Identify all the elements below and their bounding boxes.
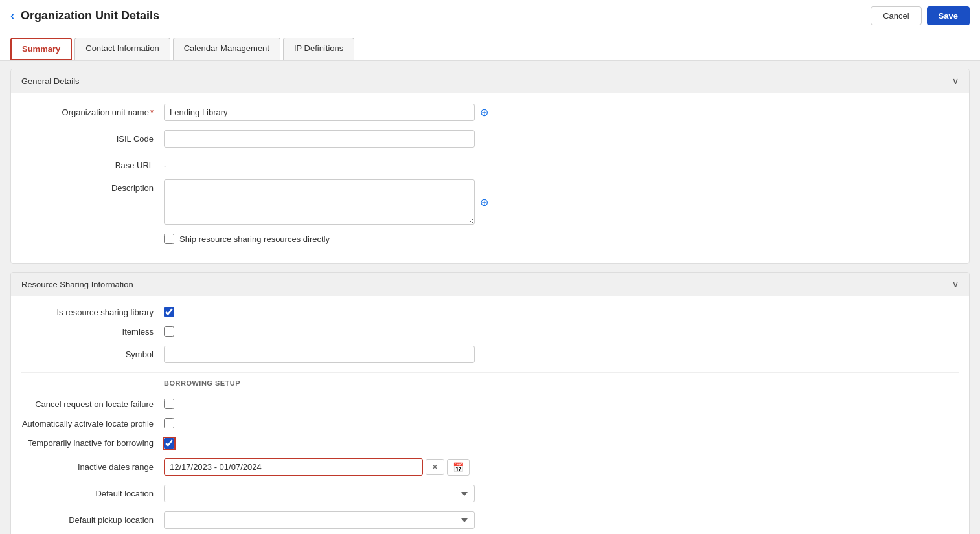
inactive-dates-row: Inactive dates range ✕ 📅 <box>21 458 959 476</box>
inactive-dates-input[interactable] <box>164 458 423 476</box>
resource-sharing-panel: Resource Sharing Information ∨ Is resour… <box>10 272 970 534</box>
isil-code-label: ISIL Code <box>21 130 164 144</box>
inactive-dates-clear-button[interactable]: ✕ <box>426 459 444 475</box>
default-pickup-location-select[interactable] <box>164 511 475 529</box>
header-left: ‹ Organization Unit Details <box>10 9 159 23</box>
auto-activate-label: Automatically activate locate profile <box>21 419 164 428</box>
ship-resource-checkbox[interactable] <box>164 234 174 244</box>
general-details-chevron-icon[interactable]: ∨ <box>952 76 959 86</box>
resource-sharing-chevron-icon[interactable]: ∨ <box>952 279 959 289</box>
org-unit-name-input[interactable] <box>164 104 475 121</box>
borrowing-setup-header: BORROWING SETUP <box>21 372 959 392</box>
general-details-panel: General Details ∨ Organization unit name… <box>10 69 970 264</box>
itemless-label: Itemless <box>21 327 164 337</box>
description-globe-icon[interactable]: ⊕ <box>480 196 488 208</box>
resource-sharing-body: Is resource sharing library Itemless Sym… <box>11 296 969 534</box>
tab-ip-definitions[interactable]: IP Definitions <box>283 38 354 60</box>
default-pickup-location-row: Default pickup location <box>21 511 959 529</box>
ship-resource-label: Ship resource sharing resources directly <box>174 234 330 244</box>
cancel-request-checkbox[interactable] <box>164 399 174 409</box>
resource-sharing-header: Resource Sharing Information ∨ <box>11 273 969 296</box>
page-header: ‹ Organization Unit Details Cancel Save <box>0 0 980 32</box>
is-resource-sharing-row: Is resource sharing library <box>21 307 959 317</box>
isil-code-input[interactable] <box>164 130 475 148</box>
resource-sharing-title: Resource Sharing Information <box>21 280 133 289</box>
tab-contact-information[interactable]: Contact Information <box>74 38 170 60</box>
default-location-select[interactable] <box>164 485 475 502</box>
save-button[interactable]: Save <box>927 6 970 25</box>
default-location-label: Default location <box>21 485 164 498</box>
cancel-button[interactable]: Cancel <box>871 6 921 25</box>
header-actions: Cancel Save <box>871 6 970 25</box>
auto-activate-checkbox[interactable] <box>164 418 174 428</box>
cancel-request-row: Cancel request on locate failure <box>21 399 959 409</box>
is-resource-sharing-checkbox[interactable] <box>164 307 174 317</box>
itemless-row: Itemless <box>21 326 959 337</box>
description-row: Description ⊕ <box>21 179 959 225</box>
auto-activate-row: Automatically activate locate profile <box>21 418 959 428</box>
org-unit-name-input-wrapper: ⊕ <box>164 104 488 121</box>
symbol-row: Symbol <box>21 346 959 363</box>
org-unit-name-label: Organization unit name* <box>21 104 164 117</box>
isil-code-row: ISIL Code <box>21 130 959 148</box>
tab-summary[interactable]: Summary <box>10 38 72 60</box>
back-icon[interactable]: ‹ <box>10 9 14 23</box>
cancel-request-label: Cancel request on locate failure <box>21 399 164 409</box>
org-unit-name-globe-icon[interactable]: ⊕ <box>480 106 488 118</box>
is-resource-sharing-label: Is resource sharing library <box>21 307 164 317</box>
temp-inactive-checkbox[interactable] <box>164 438 174 449</box>
base-url-value: - <box>164 157 166 170</box>
general-details-body: Organization unit name* ⊕ ISIL Code Base… <box>11 93 969 263</box>
itemless-checkbox[interactable] <box>164 326 174 337</box>
symbol-input[interactable] <box>164 346 475 363</box>
description-label: Description <box>21 179 164 193</box>
default-pickup-location-label: Default pickup location <box>21 511 164 525</box>
symbol-label: Symbol <box>21 346 164 359</box>
description-input-wrapper: ⊕ <box>164 179 488 225</box>
tab-bar: Summary Contact Information Calendar Man… <box>0 32 980 61</box>
description-textarea[interactable] <box>164 179 475 225</box>
page-title: Organization Unit Details <box>21 9 159 23</box>
temp-inactive-label: Temporarily inactive for borrowing <box>21 438 164 449</box>
base-url-label: Base URL <box>21 157 164 170</box>
inactive-dates-calendar-button[interactable]: 📅 <box>447 459 470 476</box>
ship-resource-row: Ship resource sharing resources directly <box>21 234 959 244</box>
inactive-dates-label: Inactive dates range <box>21 458 164 472</box>
tab-calendar-management[interactable]: Calendar Management <box>173 38 280 60</box>
default-location-row: Default location <box>21 485 959 502</box>
general-details-header: General Details ∨ <box>11 69 969 93</box>
org-unit-name-row: Organization unit name* ⊕ <box>21 104 959 121</box>
inactive-dates-wrapper: ✕ 📅 <box>164 458 470 476</box>
general-details-title: General Details <box>21 76 80 86</box>
main-content: General Details ∨ Organization unit name… <box>0 61 980 534</box>
temp-inactive-row: Temporarily inactive for borrowing <box>21 438 959 449</box>
base-url-row: Base URL - <box>21 157 959 170</box>
